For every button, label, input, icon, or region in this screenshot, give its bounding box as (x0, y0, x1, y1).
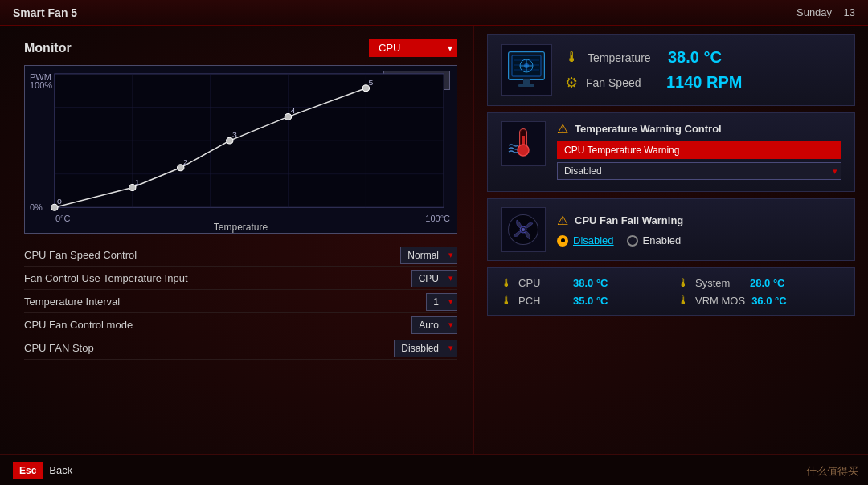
svg-rect-29 (518, 84, 534, 87)
setting-value-0[interactable]: Normal (400, 247, 457, 264)
setting-value-0-wrapper[interactable]: Normal (400, 247, 457, 262)
fan-fail-disabled-option[interactable]: Disabled (557, 234, 614, 247)
fan-fail-title: CPU Fan Fail Warning (575, 214, 683, 226)
temp-icon-system: 🌡 (678, 276, 689, 289)
svg-point-41 (522, 228, 525, 231)
temp-warning-select1-row: CPU Temperature Warning (557, 141, 841, 159)
setting-row-3: CPU Fan Control mode Auto (24, 313, 457, 336)
fan-fail-options: Disabled Enabled (557, 234, 841, 247)
temp-name-system: System (695, 277, 743, 289)
content-area: Monitor CPU Apply to ... PWM 100% 0% 0°C… (0, 26, 868, 454)
svg-rect-28 (523, 79, 530, 84)
fan-fail-disabled-radio[interactable] (557, 235, 568, 247)
svg-text:3: 3 (232, 130, 237, 139)
computer-icon (506, 49, 547, 91)
thermometer-icon: 🌡 (565, 49, 579, 66)
temps-bottom-grid: 🌡 CPU 38.0 °C 🌡 System 28.0 °C 🌡 PCH 35.… (487, 267, 855, 316)
fan-fail-card: ⚠ CPU Fan Fail Warning Disabled Enabled (487, 198, 855, 261)
setting-row-1: Fan Control Use Temperature Input CPU (24, 267, 457, 290)
setting-value-4-wrapper[interactable]: Disabled (394, 340, 457, 355)
esc-button[interactable]: Esc (13, 462, 43, 479)
temp-name-cpu: CPU (518, 277, 567, 289)
setting-value-3[interactable]: Auto (411, 316, 457, 334)
watermark: 什么值得买 (806, 464, 858, 479)
setting-row-4: CPU FAN Stop Disabled (24, 336, 457, 360)
temperature-label: Temperature (588, 51, 660, 64)
svg-point-37 (518, 145, 529, 156)
left-panel: Monitor CPU Apply to ... PWM 100% 0% 0°C… (0, 26, 474, 454)
right-panel: 🌡 Temperature 38.0 °C ⚙ Fan Speed 1140 R… (474, 26, 868, 454)
warning-thermometer-icon (506, 126, 541, 161)
temp-name-pch: PCH (518, 295, 567, 307)
top-bar: Smart Fan 5 Sunday 13 (0, 0, 868, 26)
back-label: Back (49, 464, 72, 476)
temp-item-pch: 🌡 PCH 35.0 °C (501, 294, 665, 307)
temp-item-system: 🌡 System 28.0 °C (678, 276, 841, 289)
temp-warning-select2-wrapper[interactable]: Disabled (557, 162, 841, 180)
fan-curve-chart[interactable]: Apply to ... PWM 100% 0% 0°C 100°C Tempe… (24, 65, 457, 234)
setting-label-1: Fan Control Use Temperature Input (24, 272, 188, 284)
fan-fail-enabled-option[interactable]: Enabled (627, 234, 682, 247)
status-readings: 🌡 Temperature 38.0 °C ⚙ Fan Speed 1140 R… (565, 48, 841, 92)
chart-svg: 0 1 2 3 4 5 (25, 66, 457, 233)
monitor-source-select[interactable]: CPU (369, 39, 457, 57)
settings-section: CPU Fan Speed Control Normal Fan Control… (24, 243, 457, 360)
setting-value-2-wrapper[interactable]: 1 (426, 294, 457, 308)
temp-icon-pch: 🌡 (501, 294, 512, 307)
temp-warning-title: Temperature Warning Control (575, 123, 722, 135)
temp-warning-select1[interactable]: CPU Temperature Warning (557, 141, 841, 159)
temp-warning-card: ⚠ Temperature Warning Control CPU Temper… (487, 112, 855, 192)
temp-icon-vrm: 🌡 (678, 294, 689, 307)
temperature-value: 38.0 °C (668, 48, 722, 67)
svg-text:2: 2 (183, 157, 188, 166)
svg-text:4: 4 (291, 107, 296, 116)
fan-fail-content: ⚠ CPU Fan Fail Warning Disabled Enabled (557, 213, 841, 247)
fan-fail-enabled-radio[interactable] (627, 235, 638, 247)
setting-label-0: CPU Fan Speed Control (24, 249, 137, 261)
computer-icon-box (501, 44, 552, 96)
svg-text:5: 5 (368, 78, 373, 87)
fan-fail-icon (506, 212, 541, 247)
app-title: Smart Fan 5 (13, 6, 77, 19)
bottom-bar: Esc Back (0, 454, 868, 485)
temp-value-cpu: 38.0 °C (573, 277, 608, 289)
setting-value-2[interactable]: 1 (426, 293, 457, 311)
warning-thermometer-box (501, 121, 546, 166)
fan-fail-disabled-label: Disabled (573, 234, 614, 247)
setting-value-4[interactable]: Disabled (394, 340, 457, 357)
fan-fail-header: ⚠ CPU Fan Fail Warning (557, 213, 841, 228)
temp-value-system: 28.0 °C (750, 277, 785, 289)
warning-triangle-icon: ⚠ (557, 121, 568, 137)
setting-row-2: Temperature Interval 1 (24, 290, 457, 313)
status-card: 🌡 Temperature 38.0 °C ⚙ Fan Speed 1140 R… (487, 34, 855, 106)
temp-icon-cpu: 🌡 (501, 276, 512, 289)
fan-warning-triangle-icon: ⚠ (557, 213, 568, 228)
setting-value-1-wrapper[interactable]: CPU (411, 271, 457, 285)
fan-icon-box (501, 207, 546, 252)
temp-item-cpu: 🌡 CPU 38.0 °C (501, 276, 665, 289)
fan-icon: ⚙ (565, 74, 578, 92)
svg-text:1: 1 (135, 177, 140, 186)
setting-value-1[interactable]: CPU (411, 270, 457, 287)
temp-warning-select1-wrapper[interactable]: CPU Temperature Warning (557, 141, 841, 159)
monitor-label: Monitor (24, 41, 72, 55)
fan-fail-enabled-label: Enabled (643, 234, 682, 247)
fan-speed-label: Fan Speed (586, 76, 658, 89)
fan-speed-value: 1140 RPM (666, 73, 743, 92)
setting-value-3-wrapper[interactable]: Auto (411, 317, 457, 332)
temperature-reading: 🌡 Temperature 38.0 °C (565, 48, 841, 67)
temp-warning-content: ⚠ Temperature Warning Control CPU Temper… (557, 121, 841, 183)
temp-warning-header: ⚠ Temperature Warning Control (557, 121, 841, 137)
temp-warning-select2[interactable]: Disabled (557, 162, 841, 180)
temp-name-vrm: VRM MOS (695, 295, 745, 307)
temp-warning-select2-row: Disabled (557, 162, 841, 180)
temp-value-pch: 35.0 °C (573, 295, 608, 307)
temp-item-vrm: 🌡 VRM MOS 36.0 °C (678, 294, 841, 307)
monitor-source-select-wrapper[interactable]: CPU (369, 39, 457, 57)
setting-label-3: CPU Fan Control mode (24, 319, 133, 331)
top-bar-datetime: Sunday 13 (796, 6, 855, 18)
monitor-header: Monitor CPU (24, 39, 457, 57)
fan-speed-reading: ⚙ Fan Speed 1140 RPM (565, 73, 841, 92)
setting-row-0: CPU Fan Speed Control Normal (24, 243, 457, 267)
temp-value-vrm: 36.0 °C (751, 295, 787, 307)
